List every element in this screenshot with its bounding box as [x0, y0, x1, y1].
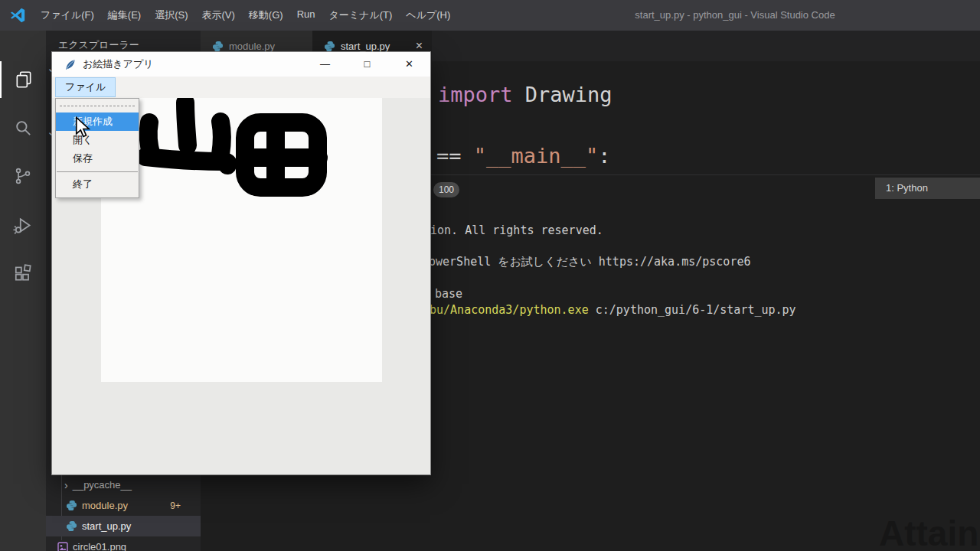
window-title: start_up.py - python_gui - Visual Studio…: [490, 0, 980, 31]
menu-selection[interactable]: 選択(S): [148, 5, 194, 26]
drawing-app-window: お絵描きアプリ — □ ✕ ファイル 新規作成: [52, 52, 430, 474]
code-text: Drawing: [525, 83, 612, 106]
menu-go[interactable]: 移動(G): [242, 5, 290, 26]
code-line: == "__main__":: [436, 144, 611, 168]
menu-view[interactable]: 表示(V): [195, 5, 242, 26]
screen: ファイル(F) 編集(E) 選択(S) 表示(V) 移動(G) Run ターミナ…: [0, 0, 980, 551]
tab-label: start_up.py: [341, 41, 390, 52]
app-window-controls: — □ ✕: [304, 52, 430, 77]
terminal-line: base: [435, 287, 462, 301]
terminal-selector-dropdown[interactable]: 1: Python: [875, 178, 980, 199]
run-debug-icon[interactable]: [0, 207, 46, 244]
mouse-cursor: [74, 116, 92, 142]
menu-item-quit[interactable]: 終了: [56, 175, 139, 194]
app-titlebar[interactable]: お絵描きアプリ — □ ✕: [52, 52, 430, 77]
file-row-circle01[interactable]: circle01.png: [46, 536, 201, 551]
attain-watermark: Attain: [879, 513, 978, 551]
file-name: start_up.py: [82, 520, 131, 532]
source-control-icon[interactable]: [0, 158, 46, 194]
menu-terminal[interactable]: ターミナル(T): [322, 5, 400, 26]
git-changes-badge: 9+: [170, 500, 181, 511]
menu-edit[interactable]: 編集(E): [101, 5, 148, 26]
code-keyword: import: [438, 83, 525, 106]
close-icon[interactable]: ✕: [388, 52, 430, 77]
code-colon: :: [598, 144, 610, 168]
extensions-icon[interactable]: [0, 255, 46, 292]
menu-item-open[interactable]: 開く: [56, 131, 139, 149]
file-row-module[interactable]: module.py 9+: [46, 495, 201, 516]
menu-separator: [57, 171, 138, 172]
file-name: __pycache__: [73, 479, 132, 491]
image-file-icon: [57, 542, 68, 551]
maximize-icon[interactable]: □: [346, 52, 388, 77]
explorer-icon[interactable]: [0, 61, 46, 98]
menu-help[interactable]: ヘルプ(H): [399, 5, 457, 26]
menu-file[interactable]: ファイル(F): [34, 5, 101, 26]
python-file-icon: [66, 520, 77, 532]
file-row-pycache[interactable]: › __pycache__: [46, 474, 201, 495]
app-title: お絵描きアプリ: [83, 57, 154, 71]
menubar: ファイル(F) 編集(E) 選択(S) 表示(V) 移動(G) Run ターミナ…: [34, 5, 457, 26]
app-menubar: ファイル: [52, 77, 430, 98]
drawing-canvas[interactable]: [101, 98, 382, 382]
canvas-drawing-yamada: [101, 98, 382, 382]
terminal-path-script: c:/python_gui/6-1/start_up.py: [596, 303, 796, 317]
chevron-right-icon: ›: [64, 479, 68, 491]
tab-close-icon[interactable]: ×: [416, 40, 423, 52]
vscode-titlebar: ファイル(F) 編集(E) 選択(S) 表示(V) 移動(G) Run ターミナ…: [0, 0, 980, 31]
menu-run[interactable]: Run: [290, 5, 322, 26]
terminal-line: bu/Anaconda3/python.exe c:/python_gui/6-…: [430, 303, 796, 317]
explorer-header: エクスプローラー: [58, 38, 139, 52]
python-file-icon: [324, 41, 335, 52]
file-row-startup[interactable]: start_up.py: [46, 516, 201, 536]
menu-item-save[interactable]: 保存: [56, 149, 139, 168]
problems-count-badge: 100: [433, 182, 459, 197]
tk-feather-icon: [64, 59, 76, 70]
minimize-icon[interactable]: —: [304, 52, 346, 77]
terminal-line: ion. All rights reserved.: [430, 223, 603, 237]
app-menu-file[interactable]: ファイル: [55, 77, 116, 97]
menu-tearoff-handle[interactable]: [60, 106, 135, 106]
code-line: import Drawing: [438, 83, 612, 106]
file-name: module.py: [82, 500, 128, 511]
file-name: circle01.png: [73, 541, 126, 551]
file-menu-dropdown: 新規作成 開く 保存 終了: [55, 98, 139, 198]
activity-bar: [0, 31, 46, 551]
terminal-path-exe: bu/Anaconda3/python.exe: [430, 303, 596, 317]
vscode-logo-icon: [9, 7, 26, 24]
terminal-line: owerShell をお試しください https://aka.ms/pscore…: [429, 255, 750, 269]
search-icon[interactable]: [0, 109, 46, 146]
menu-item-new[interactable]: 新規作成: [56, 112, 139, 131]
code-operator: ==: [436, 144, 474, 168]
python-file-icon: [66, 500, 77, 511]
code-string: "__main__": [474, 144, 599, 168]
python-file-icon: [212, 41, 224, 52]
tab-label: module.py: [229, 41, 275, 52]
